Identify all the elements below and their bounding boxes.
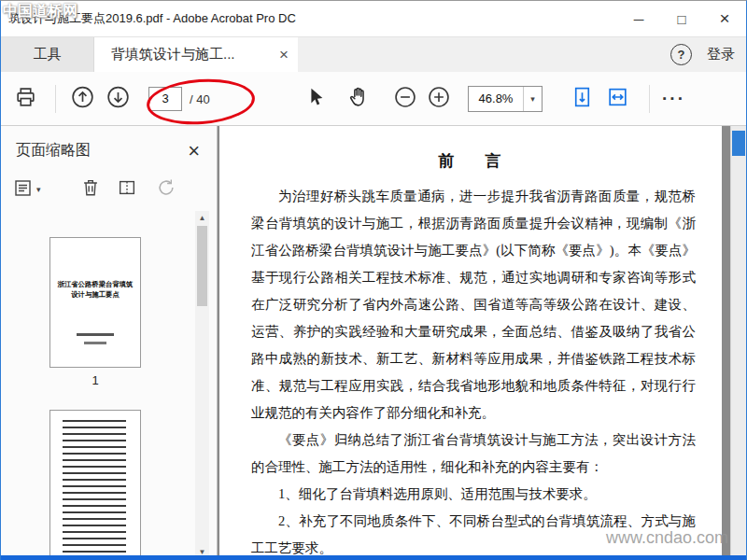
page-thumbnails-panel: 页面缩略图 × ▾ xyxy=(1,126,218,560)
document-paragraph: 《要点》归纳总结了浙江省台背填筑设计与施工方法，突出设计方法的合理性、施工方法的… xyxy=(251,427,696,481)
minus-circle-icon xyxy=(393,85,417,113)
delete-pages-button[interactable] xyxy=(80,177,101,202)
toolbar-separator xyxy=(649,85,650,113)
tab-bar-right: ? 登录 xyxy=(670,37,746,72)
trash-icon xyxy=(80,177,101,202)
cursor-arrow-icon xyxy=(305,87,326,111)
document-paragraph: 为治理好桥头跳车质量通病，进一步提升我省沥青路面质量，规范桥梁台背填筑的设计与施… xyxy=(251,183,696,427)
zoom-level-value: 46.8% xyxy=(469,87,523,111)
tab-bar: 工具 背填筑设计与施工... × ? 登录 xyxy=(1,36,746,72)
panel-title: 页面缩略图 xyxy=(16,141,188,161)
toolbar-separator xyxy=(55,85,56,113)
rotate-icon xyxy=(156,177,176,202)
rotate-pages-button[interactable] xyxy=(156,177,176,202)
print-button[interactable] xyxy=(14,85,37,112)
previous-page-button[interactable] xyxy=(70,84,95,113)
sidebar-scrollbar-thumb[interactable] xyxy=(197,226,207,306)
thumbnail-cover-title-line2: 设计与施工要点 xyxy=(54,289,136,299)
acrobat-window: 筑设计与施工要点2019.6.pdf - Adobe Acrobat Pro D… xyxy=(0,0,747,560)
help-button[interactable]: ? xyxy=(670,44,692,65)
toolbar: / 40 xyxy=(1,72,746,126)
fit-page-icon xyxy=(606,85,629,112)
panel-toolbar: ▾ xyxy=(1,168,217,209)
page-thumbnail-2[interactable] xyxy=(49,410,141,560)
main-content: 页面缩略图 × ▾ xyxy=(1,126,746,560)
chevron-down-icon[interactable]: ▾ xyxy=(523,87,542,111)
document-heading: 前 言 xyxy=(251,150,696,172)
panel-close-button[interactable]: × xyxy=(188,143,200,160)
window-minimize-button[interactable]: ─ xyxy=(617,1,660,36)
window-maximize-button[interactable]: □ xyxy=(660,1,703,36)
thumbnail-page-number: 1 xyxy=(49,373,141,387)
tab-document[interactable]: 背填筑设计与施工... × xyxy=(94,37,298,72)
hand-tool-button[interactable] xyxy=(346,85,370,112)
next-page-button[interactable] xyxy=(106,84,131,113)
scroll-page-icon xyxy=(571,85,594,112)
sign-in-button[interactable]: 登录 xyxy=(707,46,735,63)
tab-document-label: 背填筑设计与施工... xyxy=(111,46,235,63)
fit-page-mode-button[interactable] xyxy=(606,85,629,112)
hand-icon xyxy=(346,85,370,112)
page-thumbnail-1[interactable]: 浙江省公路桥梁台背填筑 设计与施工要点 xyxy=(49,237,141,368)
maximize-icon: □ xyxy=(677,11,685,27)
tab-tools[interactable]: 工具 xyxy=(1,37,94,72)
scroll-up-arrow-icon[interactable]: ▲ xyxy=(195,211,209,224)
thumbnail-options-button[interactable]: ▾ xyxy=(14,179,41,201)
page-count-label: / 40 xyxy=(190,91,210,105)
more-tools-button[interactable]: ··· xyxy=(662,89,685,109)
chevron-down-icon: ▾ xyxy=(36,185,41,194)
sidebar-scrollbar[interactable]: ▲ ▼ xyxy=(195,211,209,558)
plus-circle-icon xyxy=(427,85,451,113)
tab-close-icon[interactable]: × xyxy=(279,46,289,64)
question-mark-icon: ? xyxy=(678,48,685,62)
tab-tools-label: 工具 xyxy=(34,46,62,63)
page-scrolling-mode-button[interactable] xyxy=(571,85,594,112)
thumbnail-text-line xyxy=(84,342,107,344)
split-pages-button[interactable] xyxy=(117,177,137,202)
thumbnail-cover-spacer xyxy=(50,238,140,279)
viewer-scrollbar[interactable] xyxy=(730,126,746,560)
thumbnail-cover-title-line1: 浙江省公路桥梁台背填筑 xyxy=(54,279,136,288)
arrow-down-circle-icon xyxy=(106,84,131,113)
document-page: 前 言 为治理好桥头跳车质量通病，进一步提升我省沥青路面质量，规范桥梁台背填筑的… xyxy=(219,126,722,560)
page-number-input[interactable] xyxy=(148,87,182,111)
panel-header: 页面缩略图 × xyxy=(1,126,217,168)
window-title: 筑设计与施工要点2019.6.pdf - Adobe Acrobat Pro D… xyxy=(1,10,617,27)
split-page-icon xyxy=(117,177,137,202)
title-bar: 筑设计与施工要点2019.6.pdf - Adobe Acrobat Pro D… xyxy=(1,1,746,36)
thumbnail-text-lines xyxy=(63,420,126,560)
minimize-icon: ─ xyxy=(634,11,644,27)
watermark-top-left: 中国道桥网 xyxy=(3,2,78,21)
document-viewer: 前 言 为治理好桥头跳车质量通病，进一步提升我省沥青路面质量，规范桥梁台背填筑的… xyxy=(218,126,746,560)
zoom-level-select[interactable]: 46.8% ▾ xyxy=(468,86,543,112)
zoom-in-button[interactable] xyxy=(427,85,451,113)
printer-icon xyxy=(14,85,37,112)
list-options-icon xyxy=(14,179,34,201)
watermark-bottom-right: www.cndao.com xyxy=(606,528,728,548)
thumbnail-list: 浙江省公路桥梁台背填筑 设计与施工要点 1 ▲ ▼ xyxy=(1,209,217,560)
arrow-up-circle-icon xyxy=(70,84,95,113)
document-paragraph: 1、细化了台背填料选用原则、适用范围与技术要求。 xyxy=(251,481,696,508)
close-icon: × xyxy=(719,8,729,29)
select-tool-button[interactable] xyxy=(305,87,326,111)
viewer-scrollbar-thumb[interactable] xyxy=(732,131,745,156)
zoom-out-button[interactable] xyxy=(393,85,417,113)
window-close-button[interactable]: × xyxy=(703,1,746,36)
thumbnail-text-line xyxy=(77,333,114,336)
ellipsis-icon: ··· xyxy=(662,89,685,109)
window-bottom-edge xyxy=(1,555,746,560)
